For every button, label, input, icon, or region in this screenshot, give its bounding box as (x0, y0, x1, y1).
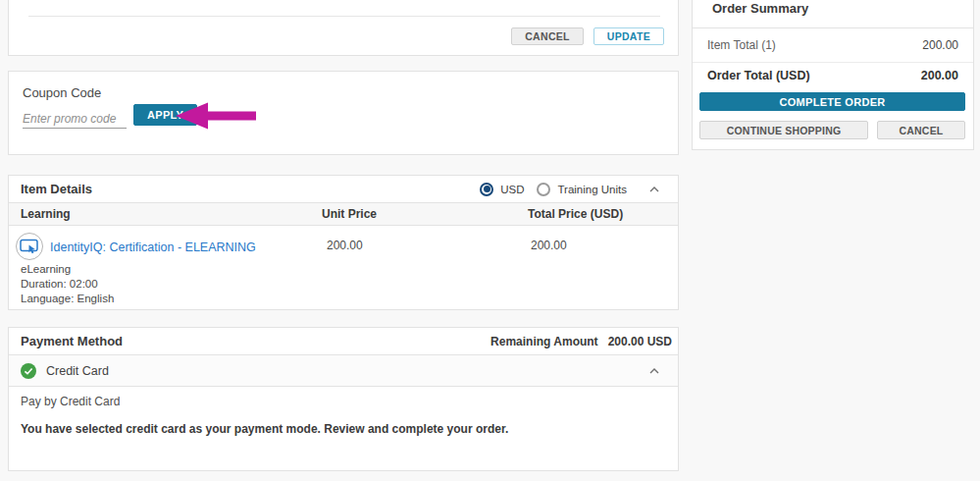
credit-card-label: Credit Card (46, 364, 109, 378)
cart-update-button[interactable]: UPDATE (593, 27, 664, 45)
credit-card-accordion[interactable]: Credit Card (9, 354, 678, 387)
cancel-order-button[interactable]: CANCEL (877, 121, 965, 139)
coupon-code-title: Coupon Code (23, 85, 101, 100)
coupon-panel: Coupon Code APPLY (8, 71, 679, 155)
currency-toggle: USD Training Units (480, 176, 659, 202)
order-summary-panel: Order Summary Item Total (1) 200.00 Orde… (692, 0, 974, 150)
column-learning: Learning (21, 203, 71, 225)
cart-update-panel: CANCEL UPDATE (8, 0, 679, 56)
item-details-panel: Item Details USD Training Units Learning… (8, 175, 679, 310)
divider (28, 16, 660, 17)
course-duration: Duration: 02:00 (21, 277, 114, 292)
remaining-amount-value: 200.00 USD (608, 335, 672, 348)
training-units-radio[interactable] (537, 183, 550, 196)
item-details-collapse-chevron-up-icon[interactable] (649, 187, 659, 192)
order-total-label: Order Total (USD) (707, 69, 810, 82)
remaining-amount: Remaining Amount 200.00 USD (490, 328, 672, 354)
course-type: eLearning (21, 262, 114, 277)
promo-code-input[interactable] (23, 109, 127, 129)
item-total-value: 200.00 (922, 38, 958, 52)
continue-shopping-button[interactable]: CONTINUE SHOPPING (699, 121, 868, 139)
order-total-value: 200.00 (921, 69, 958, 82)
payment-method-header: Payment Method Remaining Amount 200.00 U… (9, 328, 678, 354)
item-total-label: Item Total (1) (707, 38, 776, 52)
column-total-price: Total Price (USD) (528, 203, 623, 225)
course-language: Language: English (21, 292, 114, 306)
cart-cancel-button[interactable]: CANCEL (511, 27, 584, 45)
check-circle-icon (21, 363, 36, 379)
item-details-header: Item Details USD Training Units (9, 176, 678, 202)
payment-confirmation-text: You have selected credit card as your pa… (21, 422, 508, 436)
cart-update-actions: CANCEL UPDATE (511, 27, 664, 45)
item-total-row: Item Total (1) 200.00 (693, 27, 973, 63)
payment-method-title: Payment Method (21, 328, 123, 354)
course-link[interactable]: IdentityIQ: Certification - ELEARNING (50, 240, 256, 254)
unit-price-value: 200.00 (327, 239, 363, 252)
column-unit-price: Unit Price (322, 203, 377, 225)
credit-card-collapse-chevron-up-icon[interactable] (649, 368, 659, 374)
order-summary-title: Order Summary (712, 1, 808, 16)
order-total-row: Order Total (USD) 200.00 (693, 63, 973, 87)
training-units-radio-label[interactable]: Training Units (557, 184, 627, 195)
item-details-title: Item Details (21, 176, 92, 202)
total-price-value: 200.00 (531, 239, 567, 252)
remaining-amount-label: Remaining Amount (490, 335, 598, 348)
payment-method-panel: Payment Method Remaining Amount 200.00 U… (8, 327, 679, 471)
elearning-course-icon (16, 233, 43, 260)
course-meta: eLearning Duration: 02:00 Language: Engl… (21, 262, 114, 306)
usd-radio[interactable] (480, 183, 493, 196)
usd-radio-label[interactable]: USD (500, 184, 524, 195)
complete-order-button[interactable]: COMPLETE ORDER (699, 92, 965, 111)
annotation-arrow-icon (176, 102, 256, 130)
pay-by-credit-card-text: Pay by Credit Card (21, 395, 120, 408)
item-table-header: Learning Unit Price Total Price (USD) (9, 202, 678, 226)
